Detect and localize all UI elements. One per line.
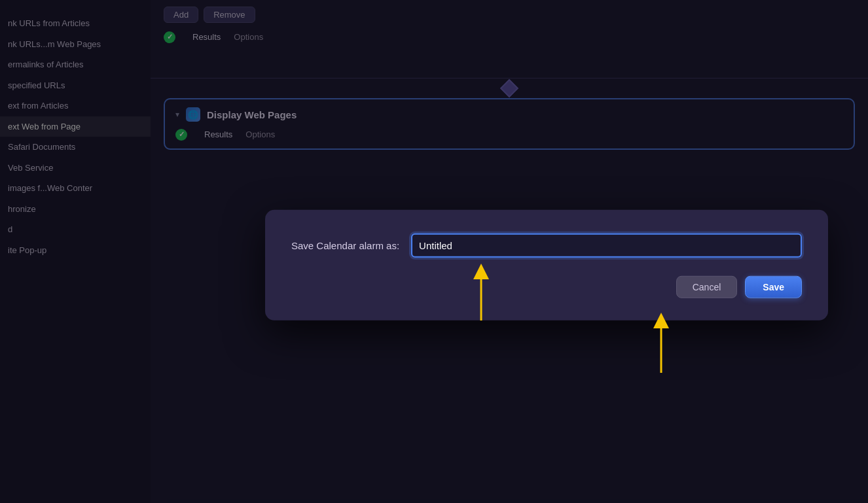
alarm-name-input[interactable]	[411, 233, 802, 257]
cancel-button[interactable]: Cancel	[676, 275, 738, 298]
save-button[interactable]: Save	[745, 275, 802, 298]
modal-buttons: Cancel Save	[291, 275, 802, 298]
modal-input-row: Save Calendar alarm as:	[291, 233, 802, 257]
save-dialog: Save Calendar alarm as: Cancel Save	[265, 209, 828, 320]
modal-label: Save Calendar alarm as:	[291, 239, 399, 251]
